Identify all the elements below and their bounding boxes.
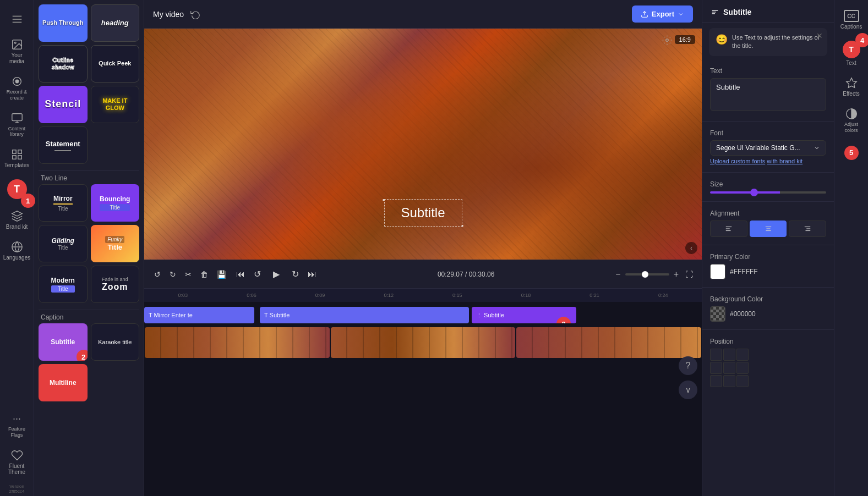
pos-bot-right[interactable] (736, 375, 749, 387)
sidebar-item-feature-flags[interactable]: ··· FeatureFlags (1, 409, 33, 443)
pos-bot-center[interactable] (723, 375, 735, 387)
template-funky-title[interactable]: Funky Title (91, 225, 140, 262)
template-push-through[interactable]: Push Through (39, 4, 88, 42)
size-slider[interactable] (710, 191, 826, 194)
sidebar-item-fluent-theme[interactable]: Fluent Theme (1, 445, 33, 480)
sidebar-item-text[interactable]: T 1 (1, 175, 33, 203)
rewind-button[interactable]: ↺ (252, 267, 263, 282)
template-karaoke[interactable]: Karaoke title (91, 323, 140, 361)
align-right-button[interactable] (789, 221, 826, 237)
bg-color-value: #000000 (730, 310, 756, 318)
video-segment-2[interactable] (331, 327, 516, 358)
align-left-button[interactable] (710, 221, 747, 237)
pos-mid-right[interactable] (736, 362, 749, 374)
undo-button[interactable]: ↺ (151, 267, 164, 282)
sidebar-item-languages[interactable]: Languages (1, 236, 33, 265)
text-section: Text Subtitle (702, 62, 834, 119)
redo-button[interactable]: ↻ (166, 267, 179, 282)
sidebar-item-content-library[interactable]: Contentlibrary (1, 108, 33, 142)
pos-top-right[interactable] (736, 349, 749, 361)
aspect-ratio-badge[interactable]: 16:9 (675, 35, 695, 44)
template-modern-title[interactable]: Modern Title (39, 266, 88, 303)
pos-top-center[interactable] (723, 349, 735, 361)
play-button[interactable]: ▶ (268, 266, 285, 283)
sync-icon (190, 9, 200, 19)
template-subtitle-caption[interactable]: Subtitle 2 (39, 323, 88, 361)
edit-toolbar: ↺ ↻ ✂ 🗑 💾 (151, 267, 230, 282)
hamburger-menu[interactable] (1, 7, 33, 32)
template-mirror-label: Mirror (53, 195, 73, 205)
template-make-it-glow-label: MAKE ITGLOW (100, 95, 129, 114)
upload-fonts-link[interactable]: Upload custom fonts with brand kit (710, 158, 826, 164)
cut-button[interactable]: ✂ (182, 267, 195, 282)
settings-icon[interactable] (662, 35, 672, 47)
nav-text[interactable]: T Text 4 (836, 36, 867, 70)
bg-color-swatch[interactable] (710, 306, 725, 322)
save-button[interactable]: 💾 (214, 267, 230, 282)
sidebar-item-templates[interactable]: Templates (1, 144, 33, 173)
pos-bot-left[interactable] (710, 375, 722, 387)
clip-subtitle-right-label: ⋮ Subtitle (476, 312, 504, 319)
export-button[interactable]: Export (632, 5, 693, 23)
ruler-marks: 0:03 0:06 0:09 0:12 0:15 0:18 0:21 0:24 (149, 293, 697, 298)
video-segment-1[interactable] (145, 327, 330, 358)
skip-to-end-button[interactable]: ⏭ (305, 267, 319, 282)
zoom-slider[interactable] (625, 273, 669, 275)
sidebar-label-content: Contentlibrary (8, 126, 26, 138)
fullscreen-button[interactable]: ⛶ (683, 268, 695, 281)
zoom-in-button[interactable]: + (672, 267, 681, 282)
pos-top-left[interactable] (710, 349, 722, 361)
nav-effects[interactable]: Effects (836, 73, 867, 101)
template-multiline[interactable]: Multiline (39, 364, 88, 401)
collapse-timeline-button[interactable]: ∨ (679, 381, 697, 399)
clip-subtitle-mid[interactable]: T Subtitle (260, 307, 469, 323)
sidebar-item-record[interactable]: Record &create (1, 71, 33, 106)
timeline-tracks: T Mirror Enter te T Subtitle ⋮ Subtitle … (144, 302, 702, 363)
nav-captions[interactable]: CC Captions (836, 5, 867, 34)
text-input[interactable]: Subtitle (710, 78, 826, 111)
font-selector[interactable]: Segoe UI Variable Static G... (710, 140, 826, 156)
clip-mirror-enter[interactable]: T Mirror Enter te (144, 307, 254, 323)
template-karaoke-label: Karaoke title (98, 339, 132, 345)
pos-mid-center[interactable] (723, 362, 735, 374)
subtitle-text: Subtitle (401, 205, 445, 220)
subtitle-settings-panel: Subtitle 😊 Use Text to adjust the settin… (702, 0, 834, 496)
template-bouncing-title[interactable]: Bouncing Title (91, 184, 140, 222)
align-center-button[interactable] (750, 221, 787, 237)
left-collapse-btn[interactable]: ‹ (685, 242, 697, 254)
template-zoom[interactable]: Fade in and Zoom (91, 266, 140, 303)
template-gliding-title[interactable]: Gliding Title (39, 225, 88, 262)
fast-forward-button[interactable]: ↻ (290, 267, 301, 282)
sidebar-item-brand[interactable]: Brand kit (1, 206, 33, 234)
hint-close-button[interactable]: ✕ (816, 31, 823, 40)
zoom-out-button[interactable]: − (613, 267, 623, 282)
template-stencil[interactable]: Stencil (39, 86, 88, 123)
sidebar-version: Version 2f65cc4 (1, 482, 33, 496)
nav-adjust-colors[interactable]: Adjustcolors (836, 103, 867, 138)
template-heading[interactable]: heading (91, 4, 140, 42)
video-segment-3[interactable] (516, 327, 701, 358)
template-heading-label: heading (99, 16, 131, 30)
subtitle-overlay[interactable]: Subtitle (384, 199, 462, 227)
adjust-colors-label: Adjustcolors (844, 122, 858, 134)
svg-rect-11 (18, 150, 21, 153)
template-quick-peek[interactable]: Quick Peek (91, 45, 140, 82)
tutorial-badge-1: 1 (21, 194, 35, 208)
help-button[interactable]: ? (679, 356, 697, 375)
template-outline-shadow[interactable]: Outline shadow (39, 45, 88, 82)
template-quick-peek-label: Quick Peek (96, 58, 133, 69)
clip-subtitle-right[interactable]: ⋮ Subtitle 3 (472, 307, 576, 323)
primary-color-swatch[interactable] (710, 264, 725, 279)
template-mirror-title[interactable]: Mirror Title (39, 184, 88, 222)
text-label: Text (710, 67, 826, 75)
size-slider-container (710, 191, 826, 194)
pos-mid-left[interactable] (710, 362, 722, 374)
skip-to-start-button[interactable]: ⏮ (234, 267, 247, 282)
template-statement-label: Statement (46, 140, 80, 148)
sidebar-item-your-media[interactable]: Your media (1, 34, 33, 69)
delete-button[interactable]: 🗑 (197, 267, 211, 282)
template-statement[interactable]: Statement (39, 126, 88, 164)
playback-controls: ↺ ↻ ✂ 🗑 💾 ⏮ ↺ ▶ ↻ ⏭ 00:29.07 / 00:30.06 … (144, 260, 702, 288)
section-caption: Caption (39, 310, 139, 323)
template-make-it-glow[interactable]: MAKE ITGLOW (91, 86, 140, 123)
